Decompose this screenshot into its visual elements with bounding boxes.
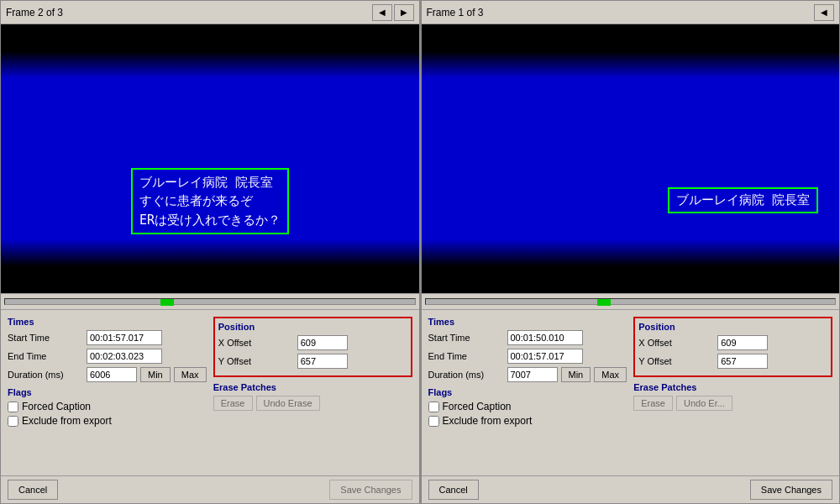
right-video-area: ブルーレイ病院 院長室 xyxy=(422,24,840,293)
right-forced-caption-checkbox[interactable] xyxy=(428,402,439,412)
right-nav-prev-button[interactable]: ◀ xyxy=(814,4,834,21)
left-title-bar: Frame 2 of 3 ◀ ▶ xyxy=(1,1,419,24)
right-y-input[interactable] xyxy=(717,354,768,369)
left-start-input[interactable] xyxy=(87,330,162,345)
left-video-area: ブルーレイ病院 院長室 すぐに患者が来るぞ ERは受け入れできるか？ xyxy=(1,24,419,293)
left-cancel-button[interactable]: Cancel xyxy=(8,480,58,500)
right-y-label: Y Offset xyxy=(638,356,714,366)
left-exclude-export-label: Exclude from export xyxy=(22,415,112,427)
left-scrollbar-track xyxy=(4,298,416,305)
left-subtitle-line2: すぐに患者が来るぞ ERは受け入れできるか？ xyxy=(139,192,281,229)
left-x-label: X Offset xyxy=(218,338,294,348)
right-exclude-export-label: Exclude from export xyxy=(443,415,533,427)
right-cancel-button[interactable]: Cancel xyxy=(428,480,479,500)
right-duration-label: Duration (ms) xyxy=(428,370,504,380)
left-nav-buttons: ◀ ▶ xyxy=(372,4,414,21)
right-title-bar: Frame 1 of 3 ◀ xyxy=(422,1,840,24)
right-erase-button[interactable]: Erase xyxy=(633,396,673,411)
right-x-input[interactable] xyxy=(717,335,768,350)
left-flags-label: Flags xyxy=(8,387,207,397)
right-position-label: Position xyxy=(638,322,827,332)
left-erase-label: Erase Patches xyxy=(213,382,412,392)
left-save-button[interactable]: Save Changes xyxy=(329,480,412,500)
right-min-button[interactable]: Min xyxy=(561,367,591,382)
right-start-label: Start Time xyxy=(428,333,504,343)
right-scrollbar[interactable] xyxy=(422,293,840,310)
right-times-label: Times xyxy=(428,317,627,327)
left-video-bg: ブルーレイ病院 院長室 すぐに患者が来るぞ ERは受け入れできるか？ xyxy=(1,24,419,293)
left-position-label: Position xyxy=(218,322,407,332)
left-duration-input[interactable] xyxy=(87,367,137,382)
left-erase-button[interactable]: Erase xyxy=(213,396,253,411)
left-panel: Frame 2 of 3 ◀ ▶ ブルーレイ病院 院長室 すぐに患者が来るぞ E… xyxy=(0,0,420,504)
left-end-input[interactable] xyxy=(87,349,162,364)
left-duration-label: Duration (ms) xyxy=(8,370,83,380)
left-scrollbar-thumb[interactable] xyxy=(160,299,174,306)
right-bottom-buttons: Cancel Save Changes xyxy=(422,475,840,503)
right-exclude-export-checkbox[interactable] xyxy=(428,416,439,427)
right-frame-title: Frame 1 of 3 xyxy=(427,7,484,18)
left-position-box: Position X Offset Y Offset xyxy=(213,317,412,377)
left-y-label: Y Offset xyxy=(218,356,294,366)
left-forced-caption-checkbox[interactable] xyxy=(8,402,18,412)
right-end-input[interactable] xyxy=(507,349,583,364)
left-min-button[interactable]: Min xyxy=(140,367,171,382)
left-y-input[interactable] xyxy=(297,354,348,369)
right-scrollbar-track xyxy=(425,298,837,305)
right-duration-input[interactable] xyxy=(507,367,558,382)
right-save-button[interactable]: Save Changes xyxy=(750,480,832,500)
left-frame-title: Frame 2 of 3 xyxy=(6,7,63,18)
right-erase-label: Erase Patches xyxy=(633,382,832,392)
left-forced-caption-label: Forced Caption xyxy=(22,401,91,412)
left-undo-erase-button[interactable]: Undo Erase xyxy=(256,396,320,411)
right-nav-buttons: ◀ xyxy=(814,4,834,21)
right-flags-label: Flags xyxy=(428,387,627,397)
right-subtitle-line1: ブルーレイ病院 院長室 xyxy=(676,192,810,207)
right-scrollbar-thumb[interactable] xyxy=(597,299,611,306)
left-bottom-buttons: Cancel Save Changes xyxy=(1,475,419,503)
right-forced-caption-label: Forced Caption xyxy=(443,401,512,412)
right-end-label: End Time xyxy=(428,351,504,361)
left-scrollbar[interactable] xyxy=(1,293,419,310)
right-x-label: X Offset xyxy=(638,338,714,348)
left-exclude-export-checkbox[interactable] xyxy=(8,416,18,427)
right-max-button[interactable]: Max xyxy=(594,367,627,382)
left-times-label: Times xyxy=(8,317,207,327)
right-panel: Frame 1 of 3 ◀ ブルーレイ病院 院長室 xyxy=(420,0,841,504)
left-controls: Times Start Time End Time Duration (ms) … xyxy=(1,310,419,475)
left-subtitle-box: ブルーレイ病院 院長室 すぐに患者が来るぞ ERは受け入れできるか？ xyxy=(131,168,289,235)
right-controls: Times Start Time End Time Duration (ms) … xyxy=(422,310,840,475)
right-undo-erase-button[interactable]: Undo Er... xyxy=(676,396,732,411)
right-subtitle-box: ブルーレイ病院 院長室 xyxy=(668,187,818,213)
left-start-label: Start Time xyxy=(8,333,83,343)
left-x-input[interactable] xyxy=(297,335,348,350)
left-nav-next-button[interactable]: ▶ xyxy=(394,4,414,21)
right-position-box: Position X Offset Y Offset xyxy=(633,317,832,377)
left-nav-prev-button[interactable]: ◀ xyxy=(372,4,392,21)
left-max-button[interactable]: Max xyxy=(174,367,207,382)
right-video-bg: ブルーレイ病院 院長室 xyxy=(422,24,840,293)
left-subtitle-line1: ブルーレイ病院 院長室 xyxy=(139,173,281,192)
left-end-label: End Time xyxy=(8,351,83,361)
right-start-input[interactable] xyxy=(507,330,583,345)
